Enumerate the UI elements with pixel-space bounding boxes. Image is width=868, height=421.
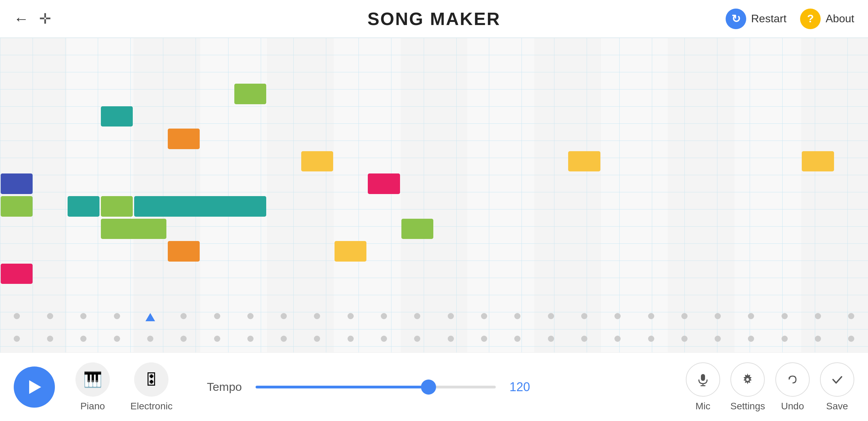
tempo-label: Tempo xyxy=(207,380,242,394)
save-label: Save xyxy=(826,401,848,412)
settings-button[interactable]: Settings xyxy=(730,362,765,412)
move-icon: ✛ xyxy=(39,10,51,27)
restart-icon: ↻ xyxy=(726,9,746,29)
perc-dot[interactable] xyxy=(448,313,454,319)
perc-dot[interactable] xyxy=(47,336,53,342)
perc-dot[interactable] xyxy=(114,336,120,342)
undo-button[interactable]: Undo xyxy=(775,362,810,412)
perc-dot[interactable] xyxy=(782,336,788,342)
perc-dot[interactable] xyxy=(448,336,454,342)
perc-dot[interactable] xyxy=(247,313,254,319)
undo-icon xyxy=(786,373,799,386)
section-shade xyxy=(668,38,735,352)
perc-dot[interactable] xyxy=(648,336,654,342)
save-icon-circle xyxy=(820,362,854,397)
back-icon: ← xyxy=(14,10,29,27)
section-shade xyxy=(801,38,868,352)
note[interactable] xyxy=(368,173,400,194)
mic-icon-circle xyxy=(686,362,720,397)
note[interactable] xyxy=(1,173,33,194)
header-right: ↻ Restart ? About xyxy=(726,9,854,29)
note[interactable] xyxy=(68,196,99,217)
section-shade xyxy=(401,38,468,352)
note[interactable] xyxy=(168,241,200,262)
grid-canvas[interactable] xyxy=(0,38,868,352)
perc-dot[interactable] xyxy=(648,313,654,319)
note[interactable] xyxy=(101,106,133,127)
toolbar: 🎹 Piano 🎛 Electronic Tempo 120 Mic xyxy=(0,352,868,421)
electronic-label: Electronic xyxy=(130,401,173,412)
perc-dot[interactable] xyxy=(145,313,155,321)
note[interactable] xyxy=(301,151,333,172)
piano-icon: 🎹 xyxy=(75,362,110,397)
about-button[interactable]: ? About xyxy=(800,9,854,29)
perc-dot[interactable] xyxy=(681,336,688,342)
perc-dot[interactable] xyxy=(681,313,688,319)
move-button[interactable]: ✛ xyxy=(39,10,51,27)
note[interactable] xyxy=(234,84,266,104)
perc-dot[interactable] xyxy=(214,313,220,319)
perc-dot[interactable] xyxy=(348,336,354,342)
note[interactable] xyxy=(134,196,266,217)
section-shade xyxy=(534,38,601,352)
header-left: ← ✛ xyxy=(14,10,51,27)
right-controls: Mic Settings Undo xyxy=(686,362,854,412)
settings-label: Settings xyxy=(730,401,765,412)
perc-dot[interactable] xyxy=(147,336,153,342)
perc-dot[interactable] xyxy=(514,336,520,342)
mic-label: Mic xyxy=(695,401,711,412)
piano-button[interactable]: 🎹 Piano xyxy=(75,362,110,412)
section-shade xyxy=(133,38,200,352)
perc-dot[interactable] xyxy=(548,313,554,319)
play-icon xyxy=(26,378,43,396)
perc-dot[interactable] xyxy=(548,336,554,342)
electronic-icon: 🎛 xyxy=(134,362,168,397)
note[interactable] xyxy=(1,264,33,284)
tempo-section: Tempo 120 xyxy=(207,380,665,394)
perc-dot[interactable] xyxy=(782,313,788,319)
note[interactable] xyxy=(802,151,834,172)
note[interactable] xyxy=(568,151,600,172)
perc-dot[interactable] xyxy=(247,336,254,342)
play-button[interactable] xyxy=(14,366,55,408)
perc-dot[interactable] xyxy=(214,336,220,342)
restart-button[interactable]: ↻ Restart xyxy=(726,9,786,29)
header: ← ✛ SONG MAKER ↻ Restart ? About xyxy=(0,0,868,38)
back-button[interactable]: ← xyxy=(14,10,29,27)
perc-dot[interactable] xyxy=(14,313,20,319)
note[interactable] xyxy=(335,241,366,262)
perc-dot[interactable] xyxy=(815,336,821,342)
settings-icon-circle xyxy=(730,362,765,397)
settings-icon xyxy=(741,373,754,386)
perc-dot[interactable] xyxy=(481,336,487,342)
perc-dot[interactable] xyxy=(348,313,354,319)
note[interactable] xyxy=(1,196,33,217)
perc-dot[interactable] xyxy=(281,336,287,342)
note[interactable] xyxy=(401,219,433,239)
perc-dot[interactable] xyxy=(381,336,387,342)
tempo-slider-thumb[interactable] xyxy=(421,380,436,395)
perc-dot[interactable] xyxy=(14,336,20,342)
note[interactable] xyxy=(101,196,133,217)
restart-label: Restart xyxy=(751,12,786,25)
perc-dot[interactable] xyxy=(614,336,621,342)
section-shade xyxy=(0,38,67,352)
perc-dot[interactable] xyxy=(180,336,187,342)
perc-dot[interactable] xyxy=(581,336,587,342)
grid-container[interactable] xyxy=(0,38,868,352)
svg-rect-1 xyxy=(701,374,705,381)
perc-dot[interactable] xyxy=(581,313,587,319)
note[interactable] xyxy=(101,219,166,239)
tempo-slider[interactable] xyxy=(256,386,496,388)
save-button[interactable]: Save xyxy=(820,362,854,412)
note[interactable] xyxy=(168,129,200,149)
tempo-value: 120 xyxy=(509,380,537,394)
perc-dot[interactable] xyxy=(80,336,86,342)
perc-dot[interactable] xyxy=(715,336,721,342)
electronic-button[interactable]: 🎛 Electronic xyxy=(130,362,173,412)
perc-dot[interactable] xyxy=(114,313,120,319)
svg-marker-0 xyxy=(29,380,41,394)
mic-icon xyxy=(696,373,710,386)
mic-button[interactable]: Mic xyxy=(686,362,720,412)
undo-icon-circle xyxy=(775,362,810,397)
